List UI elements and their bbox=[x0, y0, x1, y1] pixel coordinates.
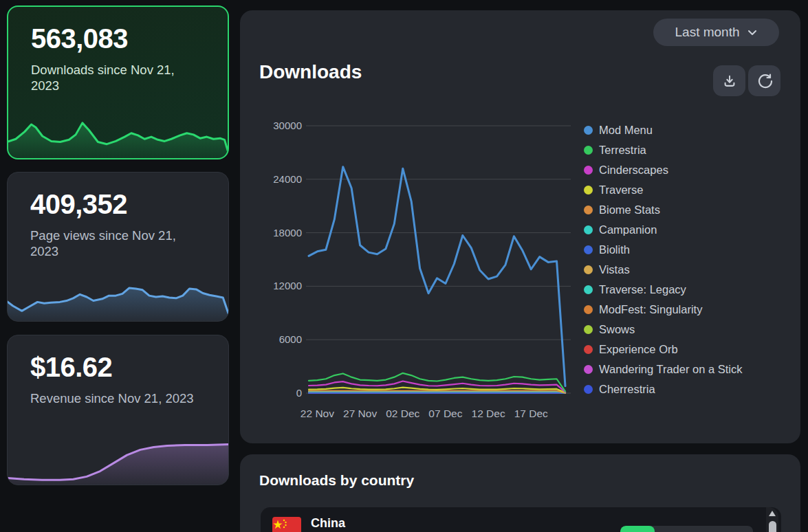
country-list-scrollbar[interactable] bbox=[766, 507, 778, 532]
legend-dot-icon bbox=[584, 126, 593, 135]
legend-label: Mod Menu bbox=[599, 124, 653, 137]
legend-item[interactable]: Vistas bbox=[584, 260, 743, 280]
legend-dot-icon bbox=[584, 325, 593, 334]
downloads-sparkline bbox=[7, 101, 229, 159]
legend-dot-icon bbox=[584, 365, 593, 374]
x-tick-label: 22 Nov bbox=[293, 408, 341, 420]
legend-label: Experience Orb bbox=[599, 343, 678, 356]
y-tick-label: 0 bbox=[252, 387, 302, 399]
legend-item[interactable]: ModFest: Singularity bbox=[584, 300, 743, 320]
legend-label: Cinderscapes bbox=[599, 164, 668, 177]
downloads-total: 563,083 bbox=[31, 23, 128, 54]
legend-item[interactable]: Campanion bbox=[584, 220, 743, 240]
legend-item[interactable]: Experience Orb bbox=[584, 340, 743, 359]
legend-label: Biome Stats bbox=[599, 203, 660, 217]
revenue-total: $16.62 bbox=[30, 352, 112, 383]
legend-dot-icon bbox=[584, 305, 593, 314]
legend-dot-icon bbox=[584, 245, 593, 254]
downloads-total-label: Downloads since Nov 21, 2023 bbox=[31, 62, 206, 93]
stat-card-downloads: 563,083 Downloads since Nov 21, 2023 bbox=[7, 5, 229, 159]
y-tick-label: 12000 bbox=[252, 280, 302, 291]
legend-label: Wandering Trader on a Stick bbox=[599, 363, 743, 376]
date-range-selector[interactable]: Last month bbox=[653, 19, 779, 46]
legend-dot-icon bbox=[584, 345, 593, 354]
legend-dot-icon bbox=[584, 166, 593, 175]
y-tick-label: 18000 bbox=[252, 227, 302, 239]
legend-item[interactable]: Wandering Trader on a Stick bbox=[584, 359, 743, 379]
download-icon bbox=[722, 74, 737, 89]
china-flag-icon bbox=[272, 517, 301, 532]
legend-label: Swows bbox=[599, 323, 635, 336]
country-list: China bbox=[261, 507, 781, 532]
panel-title: Downloads bbox=[259, 61, 362, 83]
country-panel: Downloads by country China bbox=[240, 454, 800, 532]
legend-item[interactable]: Cinderscapes bbox=[584, 160, 743, 180]
y-tick-label: 6000 bbox=[252, 333, 302, 345]
legend-item[interactable]: Terrestria bbox=[584, 140, 743, 160]
country-name: China bbox=[311, 516, 345, 531]
revenue-total-label: Revenue since Nov 21, 2023 bbox=[30, 390, 206, 406]
legend-item[interactable]: Traverse bbox=[584, 180, 743, 200]
export-button[interactable] bbox=[713, 65, 745, 96]
page-views-sparkline bbox=[7, 271, 229, 322]
legend-label: Campanion bbox=[599, 223, 657, 236]
legend-item[interactable]: Cherrestria bbox=[584, 379, 743, 399]
y-tick-label: 30000 bbox=[252, 120, 302, 131]
legend-dot-icon bbox=[584, 285, 593, 294]
legend-label: Traverse: Legacy bbox=[599, 283, 686, 296]
downloads-panel: Last month Downloads 0600012000180002400… bbox=[240, 10, 800, 443]
legend-label: Vistas bbox=[599, 263, 630, 276]
date-range-label: Last month bbox=[675, 25, 740, 40]
legend-item[interactable]: Traverse: Legacy bbox=[584, 280, 743, 300]
legend-label: ModFest: Singularity bbox=[599, 303, 702, 316]
stat-card-page-views: 409,352 Page views since Nov 21, 2023 bbox=[7, 172, 229, 322]
x-tick-label: 17 Dec bbox=[507, 408, 555, 420]
downloads-chart-plot bbox=[306, 124, 571, 395]
legend-dot-icon bbox=[584, 186, 593, 195]
x-tick-label: 02 Dec bbox=[379, 408, 427, 420]
legend-dot-icon bbox=[584, 146, 593, 155]
x-tick-label: 12 Dec bbox=[464, 408, 512, 420]
country-progress-bar bbox=[620, 526, 753, 532]
legend-label: Cherrestria bbox=[599, 383, 655, 396]
legend-label: Terrestria bbox=[599, 144, 646, 157]
legend-label: Traverse bbox=[599, 184, 644, 197]
legend-dot-icon bbox=[584, 206, 593, 214]
stat-card-revenue: $16.62 Revenue since Nov 21, 2023 bbox=[7, 335, 229, 485]
chevron-down-icon bbox=[747, 27, 758, 38]
refresh-icon bbox=[756, 73, 773, 89]
legend-label: Biolith bbox=[599, 243, 630, 256]
revenue-sparkline bbox=[7, 432, 229, 485]
y-tick-label: 24000 bbox=[252, 173, 302, 185]
legend-item[interactable]: Biolith bbox=[584, 240, 743, 260]
analytics-page: { "colors": { "page_bg": "#0f1114", "pan… bbox=[0, 0, 808, 532]
page-views-total: 409,352 bbox=[30, 189, 127, 220]
page-views-total-label: Page views since Nov 21, 2023 bbox=[30, 228, 206, 259]
legend-item[interactable]: Mod Menu bbox=[584, 120, 743, 140]
legend-dot-icon bbox=[584, 225, 593, 234]
legend-item[interactable]: Swows bbox=[584, 320, 743, 340]
refresh-button[interactable] bbox=[748, 65, 780, 96]
chart-legend: Mod MenuTerrestriaCinderscapesTraverseBi… bbox=[584, 120, 743, 399]
scroll-up-arrow-icon[interactable] bbox=[768, 510, 776, 517]
x-tick-label: 27 Nov bbox=[336, 408, 384, 420]
legend-dot-icon bbox=[584, 265, 593, 274]
legend-dot-icon bbox=[584, 385, 593, 394]
country-panel-title: Downloads by country bbox=[259, 472, 414, 489]
legend-item[interactable]: Biome Stats bbox=[584, 200, 743, 220]
x-tick-label: 07 Dec bbox=[422, 408, 470, 420]
country-progress-fill bbox=[620, 526, 655, 532]
scrollbar-thumb[interactable] bbox=[769, 521, 776, 532]
